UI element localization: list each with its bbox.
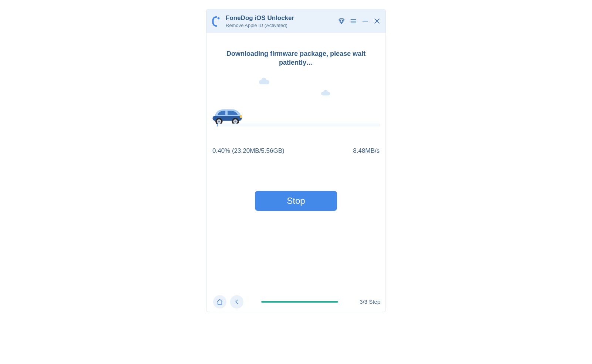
step-label: 3/3 Step xyxy=(360,299,380,305)
download-status-heading: Downloading firmware package, please wai… xyxy=(222,49,370,67)
back-button[interactable] xyxy=(230,295,243,309)
app-subtitle: Remove Apple ID (Activated) xyxy=(226,23,334,28)
home-button[interactable] xyxy=(213,295,226,309)
car-icon xyxy=(209,104,246,125)
title-bar: FoneDog iOS Unlocker Remove Apple ID (Ac… xyxy=(206,9,386,33)
progress-fill xyxy=(217,124,218,127)
svg-point-0 xyxy=(218,17,220,20)
footer-bar: 3/3 Step xyxy=(206,291,386,312)
cloud-icon xyxy=(321,92,330,95)
app-window: FoneDog iOS Unlocker Remove Apple ID (Ac… xyxy=(206,9,386,312)
progress-text: 0.40% (23.20MB/5.56GB) xyxy=(212,147,285,155)
progress-scene xyxy=(212,71,380,127)
cloud-icon xyxy=(259,80,269,84)
diamond-icon[interactable] xyxy=(337,17,346,25)
close-icon[interactable] xyxy=(373,17,381,25)
stop-button[interactable]: Stop xyxy=(255,191,337,211)
download-stats: 0.40% (23.20MB/5.56GB) 8.48MB/s xyxy=(212,147,380,155)
minimize-icon[interactable] xyxy=(361,17,369,25)
window-controls xyxy=(337,17,381,25)
speed-text: 8.48MB/s xyxy=(353,147,380,155)
content-area: Downloading firmware package, please wai… xyxy=(206,33,386,291)
title-text-block: FoneDog iOS Unlocker Remove Apple ID (Ac… xyxy=(226,14,334,28)
svg-point-6 xyxy=(218,121,220,122)
svg-point-9 xyxy=(235,121,236,122)
fonedog-logo-icon xyxy=(211,16,222,27)
step-progress-bar xyxy=(261,301,338,303)
svg-rect-3 xyxy=(240,115,242,118)
progress-bar xyxy=(217,124,380,127)
app-title: FoneDog iOS Unlocker xyxy=(226,14,334,22)
menu-icon[interactable] xyxy=(349,17,357,25)
